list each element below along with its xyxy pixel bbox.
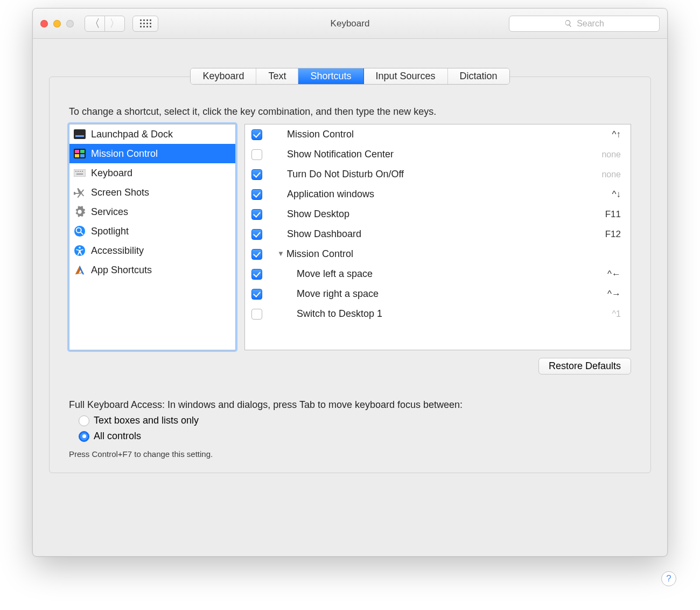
- shortcut-row[interactable]: Show Notification Centernone: [245, 144, 631, 164]
- category-services[interactable]: Services: [69, 202, 235, 221]
- category-app-shortcuts[interactable]: App Shortcuts: [69, 260, 235, 280]
- radio-button[interactable]: [79, 431, 89, 442]
- svg-rect-7: [74, 169, 86, 177]
- category-launchpad-dock[interactable]: Launchpad & Dock: [69, 124, 235, 144]
- shortcut-key[interactable]: ^→: [607, 289, 621, 300]
- shortcut-key[interactable]: none: [601, 150, 621, 160]
- titlebar: 〈 〉 Keyboard Search: [33, 9, 667, 39]
- shortcut-row[interactable]: Move left a space^←: [245, 264, 631, 284]
- checkbox[interactable]: [251, 269, 262, 280]
- checkbox[interactable]: [251, 189, 262, 200]
- radio-label: All controls: [94, 431, 141, 442]
- shortcut-row[interactable]: Application windows^↓: [245, 184, 631, 204]
- category-mission-control[interactable]: Mission Control: [69, 144, 235, 163]
- scissors-icon: [74, 186, 86, 198]
- gear-icon: [74, 206, 86, 218]
- instruction-text: To change a shortcut, select it, click t…: [69, 106, 631, 117]
- tab-dictation[interactable]: Dictation: [448, 68, 509, 84]
- fka-option[interactable]: Text boxes and lists only: [79, 415, 631, 426]
- category-label: Screen Shots: [91, 187, 149, 198]
- full-keyboard-access-heading: Full Keyboard Access: In windows and dia…: [69, 399, 631, 411]
- checkbox[interactable]: [251, 209, 262, 220]
- search-placeholder: Search: [577, 19, 604, 29]
- svg-rect-3: [75, 150, 79, 153]
- radio-button[interactable]: [79, 415, 89, 426]
- shortcut-row[interactable]: Switch to Desktop 1^1: [245, 304, 631, 324]
- tab-text[interactable]: Text: [256, 68, 298, 84]
- checkbox[interactable]: [251, 149, 262, 160]
- shortcut-key[interactable]: F12: [605, 229, 621, 240]
- shortcut-label: Mission Control: [286, 248, 621, 260]
- back-button[interactable]: 〈: [85, 16, 105, 32]
- minimize-icon[interactable]: [53, 20, 61, 27]
- checkbox[interactable]: [251, 129, 262, 140]
- category-label: Launchpad & Dock: [91, 129, 173, 140]
- checkbox[interactable]: [251, 169, 262, 180]
- category-label: Accessibility: [91, 245, 144, 257]
- shortcut-row[interactable]: Mission Control^↑: [245, 124, 631, 144]
- show-all-button[interactable]: [132, 16, 158, 32]
- shortcut-key[interactable]: F11: [605, 209, 621, 220]
- shortcut-label: Show Notification Center: [287, 149, 601, 160]
- category-list[interactable]: Launchpad & DockMission ControlKeyboardS…: [69, 124, 236, 350]
- category-keyboard[interactable]: Keyboard: [69, 163, 235, 183]
- apps-icon: [74, 264, 86, 276]
- window-controls: [40, 20, 74, 27]
- search-icon: [564, 19, 572, 27]
- category-label: App Shortcuts: [91, 265, 152, 276]
- radio-label: Text boxes and lists only: [94, 415, 199, 426]
- shortcut-row[interactable]: Show DesktopF11: [245, 204, 631, 224]
- shortcut-row[interactable]: Turn Do Not Disturb On/Offnone: [245, 164, 631, 184]
- fka-option[interactable]: All controls: [79, 431, 631, 442]
- shortcuts-panel: To change a shortcut, select it, click t…: [49, 77, 651, 473]
- mission-control-icon: [74, 148, 86, 160]
- chevron-left-icon: 〈: [89, 16, 100, 31]
- shortcut-row[interactable]: ▼Mission Control: [245, 244, 631, 264]
- nav-buttons: 〈 〉: [85, 16, 125, 32]
- content: KeyboardTextShortcutsInput SourcesDictat…: [33, 39, 667, 489]
- close-icon[interactable]: [40, 20, 48, 27]
- disclosure-triangle-icon[interactable]: ▼: [277, 249, 284, 258]
- search-input[interactable]: Search: [509, 16, 660, 32]
- shortcut-key[interactable]: ^↓: [612, 189, 621, 200]
- shortcut-label: Turn Do Not Disturb On/Off: [287, 169, 601, 180]
- category-screen-shots[interactable]: Screen Shots: [69, 183, 235, 202]
- shortcut-key[interactable]: ^↑: [612, 129, 621, 140]
- tab-keyboard[interactable]: Keyboard: [191, 68, 256, 84]
- shortcut-label: Show Desktop: [287, 209, 605, 220]
- shortcut-row[interactable]: Show DashboardF12: [245, 224, 631, 244]
- grid-icon: [140, 19, 151, 27]
- category-spotlight[interactable]: Spotlight: [69, 221, 235, 241]
- category-label: Keyboard: [91, 168, 132, 179]
- checkbox[interactable]: [251, 289, 262, 300]
- help-button[interactable]: ?: [661, 571, 676, 586]
- fka-hint: Press Control+F7 to change this setting.: [69, 449, 631, 459]
- shortcut-label: Mission Control: [287, 129, 612, 140]
- checkbox[interactable]: [251, 229, 262, 240]
- tabs: KeyboardTextShortcutsInput SourcesDictat…: [190, 68, 509, 85]
- keyboard-icon: [74, 167, 86, 179]
- svg-rect-12: [76, 174, 83, 175]
- tab-input-sources[interactable]: Input Sources: [364, 68, 448, 84]
- svg-rect-10: [80, 171, 81, 172]
- category-label: Services: [91, 206, 128, 218]
- shortcut-label: Move right a space: [277, 288, 607, 300]
- restore-defaults-button[interactable]: Restore Defaults: [538, 358, 631, 375]
- svg-rect-6: [80, 154, 85, 157]
- checkbox[interactable]: [251, 309, 262, 320]
- shortcut-label: Switch to Desktop 1: [277, 308, 612, 320]
- shortcut-row[interactable]: Move right a space^→: [245, 284, 631, 304]
- svg-rect-9: [78, 171, 79, 172]
- shortcut-key[interactable]: ^1: [612, 309, 621, 319]
- tab-shortcuts[interactable]: Shortcuts: [298, 68, 363, 84]
- svg-rect-5: [75, 154, 79, 157]
- category-accessibility[interactable]: Accessibility: [69, 241, 235, 260]
- shortcut-key[interactable]: none: [601, 170, 621, 179]
- checkbox[interactable]: [251, 249, 262, 260]
- shortcut-list[interactable]: Mission Control^↑Show Notification Cente…: [244, 124, 631, 350]
- shortcut-key[interactable]: ^←: [607, 269, 621, 280]
- preferences-window: 〈 〉 Keyboard Search KeyboardTextShortcut…: [32, 8, 668, 557]
- forward-button: 〉: [104, 16, 125, 32]
- accessibility-icon: [74, 245, 86, 257]
- chevron-right-icon: 〉: [109, 16, 120, 31]
